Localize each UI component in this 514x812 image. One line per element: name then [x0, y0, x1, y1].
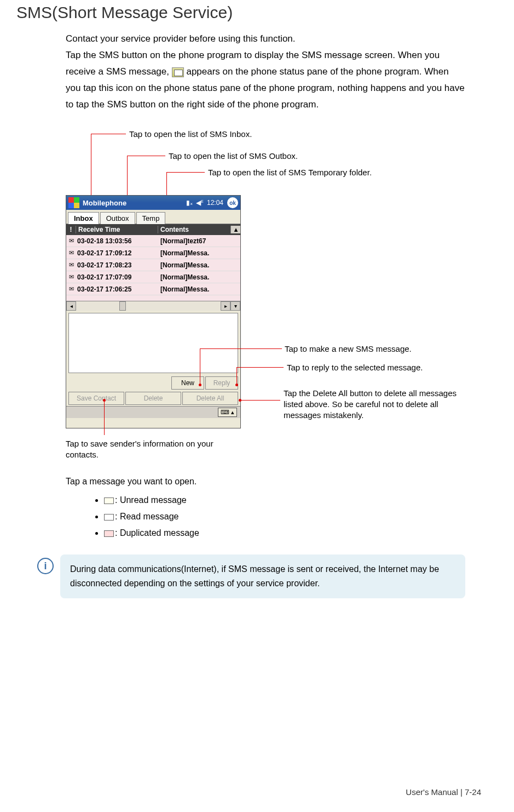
row-content: [Normal]Messa.	[158, 249, 230, 257]
mail-icon: ✉	[66, 273, 76, 281]
list-item: : Unread message	[104, 492, 199, 508]
table-row[interactable]: ✉ 03-02-17 17:09:12 [Normal]Messa.	[66, 247, 240, 259]
tabs-row: Inbox Outbox Temp	[66, 210, 240, 224]
table-row[interactable]: ✉ 03-02-18 13:03:56 [Normal]tezt67	[66, 235, 240, 247]
callout-line	[127, 156, 165, 156]
col-contents: Contents	[158, 226, 230, 233]
page-footer: User's Manual | 7-24	[406, 787, 481, 797]
row-content: [Normal]Messa.	[158, 261, 230, 269]
callout-reply-button: Tap to reply to the selected message.	[287, 363, 423, 372]
row-time: 03-02-17 17:09:12	[76, 249, 158, 257]
legend-text: : Duplicated message	[115, 528, 199, 537]
callout-line	[236, 367, 284, 368]
row-time: 03-02-18 13:03:56	[76, 237, 158, 245]
legend-text: : Read message	[115, 512, 179, 521]
mail-icon: ✉	[66, 237, 76, 244]
save-contact-button[interactable]: Save Contact	[68, 392, 124, 405]
button-row-1: New Reply	[66, 375, 240, 391]
callout-line	[166, 172, 205, 173]
callout-line	[91, 134, 126, 134]
button-row-2: Save Contact Delete Delete All	[66, 391, 240, 406]
callout-line	[236, 367, 237, 385]
scroll-thumb[interactable]	[119, 301, 126, 311]
app-title: Mobilephone	[83, 199, 184, 207]
list-item: : Duplicated message	[104, 525, 199, 541]
signal-icon: ▮ₓ	[186, 199, 193, 207]
volume-icon: ◀ᴱ	[196, 199, 204, 207]
callout-temp: Tap to open the list of SMS Temporary fo…	[208, 168, 372, 177]
scroll-down-button[interactable]: ▾	[230, 301, 240, 311]
callout-new-button: Tap to make a new SMS message.	[285, 344, 412, 353]
scroll-track[interactable]	[76, 301, 221, 311]
clock-text: 12:04	[207, 199, 223, 207]
icon-legend-list: : Unread message : Read message : Duplic…	[93, 492, 199, 541]
tab-inbox[interactable]: Inbox	[68, 212, 99, 224]
callout-line	[104, 401, 105, 435]
unread-message-icon	[104, 498, 114, 504]
mail-icon: ✉	[66, 261, 76, 268]
table-row[interactable]: ✉ 03-02-17 17:07:09 [Normal]Messa.	[66, 271, 240, 283]
mail-icon: ✉	[66, 285, 76, 293]
page-title: SMS(Short Message Service)	[16, 3, 233, 22]
table-row[interactable]: ✉ 03-02-17 17:06:25 [Normal]Messa.	[66, 283, 240, 295]
callout-delete-all: Tap the Delete All button to delete all …	[284, 388, 464, 421]
callout-dot	[239, 399, 241, 402]
device-screenshot: Mobilephone ▮ₓ ◀ᴱ 12:04 ok Inbox Outbox …	[66, 195, 241, 428]
scroll-up-button[interactable]: ▴	[230, 226, 240, 233]
reply-button[interactable]: Reply	[205, 376, 238, 390]
callout-line	[240, 400, 280, 401]
callout-inbox: Tap to open the list of SMS Inbox.	[129, 129, 252, 139]
read-message-icon	[104, 514, 114, 521]
row-time: 03-02-17 17:07:09	[76, 273, 158, 281]
info-icon: i	[37, 558, 54, 574]
horizontal-scrollbar[interactable]: ◂ ▸ ▾	[66, 301, 240, 311]
tap-message-heading: Tap a message you want to open.	[66, 477, 197, 487]
callout-dot	[235, 384, 238, 386]
callout-save-contact: Tap to save sender's information on your…	[66, 438, 219, 460]
sip-bar: ⌨ ▴	[66, 406, 240, 418]
start-menu-icon[interactable]	[68, 197, 79, 208]
tab-outbox[interactable]: Outbox	[100, 212, 135, 224]
table-row[interactable]: ✉ 03-02-17 17:08:23 [Normal]Messa.	[66, 259, 240, 271]
device-titlebar: Mobilephone ▮ₓ ◀ᴱ 12:04 ok	[66, 196, 240, 210]
intro-line-1: Contact your service provider before usi…	[66, 33, 296, 44]
callout-line	[200, 348, 200, 385]
scroll-left-button[interactable]: ◂	[66, 301, 76, 311]
row-content: [Normal]Messa.	[158, 273, 230, 281]
ok-button[interactable]: ok	[227, 197, 238, 208]
message-list: ✉ 03-02-18 13:03:56 [Normal]tezt67 ✉ 03-…	[66, 235, 240, 301]
keyboard-icon[interactable]: ⌨ ▴	[218, 408, 237, 417]
note-box: During data communications(Internet), if…	[60, 554, 465, 598]
list-header: ! Receive Time Contents ▴	[66, 224, 240, 235]
col-priority: !	[66, 226, 76, 233]
row-time: 03-02-17 17:06:25	[76, 285, 158, 293]
col-receive-time: Receive Time	[76, 226, 158, 233]
callout-outbox: Tap to open the list of SMS Outbox.	[169, 151, 298, 161]
tab-temp[interactable]: Temp	[136, 212, 166, 224]
mail-icon: ✉	[66, 249, 76, 256]
delete-all-button[interactable]: Delete All	[182, 392, 238, 405]
row-content: [Normal]tezt67	[158, 237, 230, 245]
list-item: : Read message	[104, 508, 199, 525]
intro-paragraph: Contact your service provider before usi…	[66, 31, 465, 113]
delete-button[interactable]: Delete	[125, 392, 181, 405]
callout-line	[200, 348, 282, 349]
sms-notification-icon	[172, 67, 184, 77]
legend-text: : Unread message	[115, 495, 187, 505]
row-content: [Normal]Messa.	[158, 285, 230, 293]
duplicated-message-icon	[104, 530, 114, 537]
callout-dot	[199, 384, 201, 386]
row-time: 03-02-17 17:08:23	[76, 261, 158, 269]
scroll-right-button[interactable]: ▸	[221, 301, 230, 311]
callout-dot	[103, 399, 106, 402]
message-preview-pane	[68, 313, 238, 373]
new-button[interactable]: New	[171, 376, 204, 390]
